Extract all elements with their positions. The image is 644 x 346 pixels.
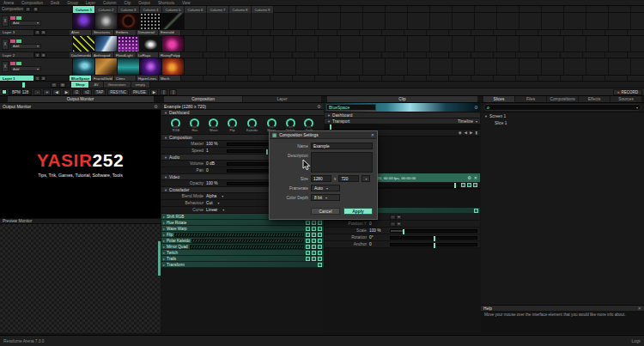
effect-solo-icon[interactable] [312, 251, 316, 255]
wrench-icon[interactable]: ⚙ [467, 175, 471, 180]
menu-shortcuts[interactable]: Shortcuts [158, 1, 174, 5]
menu-deck[interactable]: Deck [51, 1, 59, 5]
position-x-plus-button[interactable]: + [396, 215, 402, 220]
empty-clip-cells[interactable] [185, 58, 644, 75]
effect-bypass-icon[interactable] [306, 233, 310, 237]
clip-thumb-embers[interactable] [118, 13, 140, 29]
clip-name[interactable]: Emerald [159, 30, 181, 35]
dashboard-knob[interactable] [171, 118, 180, 128]
column-tab-7[interactable]: Column 7 [207, 6, 229, 13]
effect-remove-icon[interactable] [318, 233, 322, 237]
bounce-mode-icon[interactable]: ▮ [476, 131, 477, 135]
clip-timeline-track[interactable] [325, 124, 480, 130]
clip-name[interactable]: Alien [70, 30, 92, 35]
behaviour-select[interactable]: Cut ▾ [206, 201, 219, 205]
dashboard-knob[interactable] [286, 118, 295, 128]
layer-3-eject-button[interactable]: X [2, 15, 9, 27]
layer-2-blend-select[interactable]: Add ▾ [10, 44, 41, 49]
effect-wave-warp[interactable]: ▸ Wave Warp [161, 226, 324, 232]
effect-solo-icon[interactable] [312, 239, 316, 243]
effect-bypass-icon[interactable] [306, 227, 310, 231]
expand-icon[interactable]: ▼ [484, 114, 488, 118]
preview-scrollbar[interactable] [158, 241, 161, 276]
clip-thumb-structures[interactable] [95, 13, 118, 29]
bpm-sync-toggle[interactable] [2, 89, 7, 94]
pan-value[interactable]: 0 [206, 168, 227, 173]
cancel-button[interactable]: Cancel [311, 208, 340, 215]
clip-thumb-anthropod[interactable] [95, 36, 118, 52]
effect-remove-icon[interactable] [318, 251, 322, 255]
column-tab-6[interactable]: Column 6 [185, 6, 207, 13]
name-field[interactable] [311, 143, 373, 149]
effect-trails[interactable]: ▸ Trails [161, 256, 324, 262]
dialog-titlebar[interactable]: ▦ Composition Settings ✕ [270, 131, 377, 139]
column-tab-1[interactable]: Column 1 [73, 6, 95, 13]
effect-remove-icon[interactable] [318, 221, 322, 225]
progress-marker[interactable] [454, 183, 456, 188]
bpm-decrease-button[interactable]: - [33, 89, 41, 95]
effect-drag-strip[interactable] [191, 239, 304, 243]
tree-item-slice-1[interactable]: Slice 1 [481, 119, 644, 126]
loop-mode-icon[interactable]: ◉ [459, 131, 462, 135]
clip-thumb-hyperlines[interactable] [140, 58, 162, 75]
layer-2-label[interactable]: Layer 2 [0, 52, 34, 58]
tab-slices[interactable]: Slices [483, 96, 514, 102]
effect-bypass-icon[interactable] [306, 221, 310, 225]
effect-flip[interactable]: ▸ Flip [161, 232, 324, 238]
bpm-half-button[interactable]: /2 [72, 89, 81, 95]
volume-value[interactable]: 0 dB [206, 161, 227, 166]
tab-output-monitor[interactable]: Output Monitor [8, 96, 154, 102]
clip-name[interactable]: Dashmandala [70, 52, 92, 58]
size-width-field[interactable] [311, 175, 331, 182]
clip-name[interactable]: HyperLines [137, 76, 159, 81]
layer-2-audio-indicator[interactable] [16, 39, 21, 43]
effect-hue-rotate[interactable]: ▸ Hue Rotate [161, 220, 324, 226]
curve-select[interactable]: Linear ▾ [206, 208, 224, 212]
nudge-forward-button[interactable]: ▶ [63, 89, 70, 95]
search-input[interactable]: ⌕ ▾ [483, 104, 641, 111]
effect-solo-icon[interactable] [312, 245, 316, 249]
tab-sources[interactable]: Sources [611, 96, 641, 102]
quantize-left-button[interactable]: [ [160, 89, 167, 95]
apply-button[interactable]: Apply [343, 208, 373, 215]
effect-mirror-quad[interactable]: ▸ Mirror Quad [161, 244, 324, 250]
clip-name[interactable]: Mech [159, 76, 181, 81]
layer-1-video-indicator[interactable] [10, 62, 15, 65]
slider-handle[interactable] [434, 236, 435, 241]
menu-group[interactable]: Group [67, 1, 78, 5]
framerate-select[interactable]: Auto ▾ [311, 185, 340, 191]
effect-polar-kaleido[interactable]: ▸ Polar Kaleido [161, 238, 324, 244]
effect-solo-icon[interactable] [312, 221, 316, 225]
layer-3-video-indicator[interactable] [10, 16, 15, 20]
size-preset-button[interactable]: ▾ [361, 175, 370, 182]
layer-2-eject-button[interactable]: X [2, 39, 9, 50]
effect-bypass-icon[interactable] [318, 263, 322, 267]
rotation-slider[interactable] [390, 236, 477, 240]
effect-remove-icon[interactable] [318, 239, 322, 243]
clip-thumb-bluespace[interactable] [73, 58, 95, 75]
clip-bypass-icon[interactable] [461, 183, 465, 187]
clip-name[interactable]: LoRaya [137, 52, 159, 58]
close-icon[interactable]: ✕ [371, 132, 374, 137]
layer-1-label[interactable]: Layer 1 [0, 76, 34, 81]
size-height-field[interactable] [338, 175, 359, 182]
clip-thumb-mech[interactable] [162, 58, 185, 75]
effect-solo-icon[interactable] [312, 233, 316, 237]
effect-remove-icon[interactable] [318, 257, 322, 261]
menu-clip[interactable]: Clip [125, 1, 131, 5]
timeline-select[interactable]: Timeline ▾ [458, 119, 477, 124]
layer-1-eject-button[interactable]: X [2, 61, 9, 72]
transform-bypass-icon[interactable] [474, 209, 478, 213]
effect-transform[interactable]: ▸ Transform [161, 262, 324, 268]
tab-layer[interactable]: Layer [243, 96, 321, 102]
tab-composition[interactable]: Composition [164, 96, 242, 102]
menu-layer[interactable]: Layer [86, 1, 95, 5]
clip-thumb-cities[interactable] [118, 58, 140, 75]
tab-effects[interactable]: Effects [579, 96, 610, 102]
speed-value[interactable]: 1 [206, 149, 227, 153]
master-value[interactable]: 100 % [206, 142, 227, 146]
deck-tab-av[interactable]: AV [89, 82, 103, 88]
thumbnail-view-icon[interactable]: ▦ [59, 82, 66, 88]
clip-thumb-loraya[interactable] [140, 36, 162, 52]
effect-solo-icon[interactable] [312, 227, 316, 231]
